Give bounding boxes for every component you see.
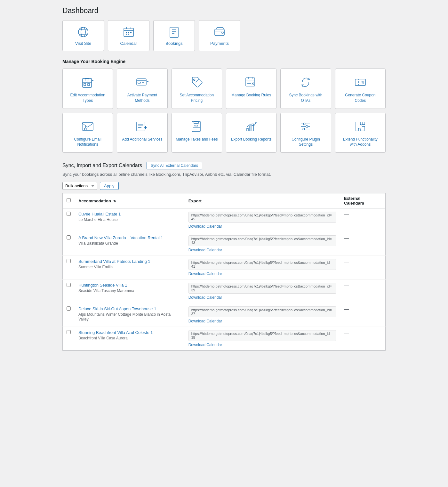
external-cal-value: — (344, 306, 349, 312)
row-export-cell: https://hbdemo.getmotopress.com/0naq7c1j… (185, 256, 340, 280)
external-cal-value: — (344, 212, 349, 217)
download-calendar-link[interactable]: Download Calendar (188, 319, 222, 323)
external-cal-value: — (344, 283, 349, 288)
th-external-calendars: External Calendars (340, 193, 385, 208)
accommodation-subname: Seaside Villa Tuscany Maremma (78, 288, 134, 293)
engine-card-add-additional-services-label: Add Additional Services (122, 137, 162, 142)
manage-section-title: Manage Your Booking Engine (62, 59, 386, 64)
sort-accommodation-icon[interactable]: ⇅ (113, 199, 116, 203)
quick-link-bookings[interactable]: Bookings (153, 20, 195, 51)
accommodation-name-link[interactable]: Stunning Beachfront Villa Azul Celeste 1 (78, 330, 181, 335)
download-calendar-link[interactable]: Download Calendar (188, 343, 222, 347)
row-external-cal-cell: — (340, 280, 385, 303)
tax-icon: TAX (189, 119, 205, 134)
row-external-cal-cell: — (340, 303, 385, 327)
row-checkbox[interactable] (67, 259, 71, 263)
svg-point-30 (193, 79, 195, 81)
accommodation-name-link[interactable]: Summerland Villa at Patriots Landing 1 (78, 259, 181, 264)
export-url: https://hbdemo.getmotopress.com/0naq7c1j… (188, 259, 336, 270)
row-checkbox[interactable] (67, 330, 71, 334)
engine-card-manage-booking-rules[interactable]: Manage Booking Rules (226, 69, 276, 109)
engine-card-activate-payment-methods-label: Activate Payment Methods (121, 93, 163, 103)
row-checkbox-cell (63, 303, 75, 327)
svg-rect-24 (84, 84, 86, 85)
row-accommodation-cell: Stunning Beachfront Villa Azul Celeste 1… (75, 327, 185, 351)
row-checkbox[interactable] (67, 235, 71, 239)
sync-icon (298, 75, 314, 89)
select-all-checkbox[interactable] (67, 198, 71, 202)
table-row: A Brand New Villa Zorada – Vacation Rent… (63, 232, 386, 256)
accommodation-subname: Beachfront Villa Casa Aurora (78, 336, 128, 340)
wallet-icon (212, 26, 227, 38)
quick-link-visit-site-label: Visit Site (75, 41, 91, 46)
external-cal-value: — (344, 235, 349, 241)
svg-rect-56 (252, 124, 253, 131)
download-calendar-link[interactable]: Download Calendar (188, 295, 222, 300)
accommodation-name-link[interactable]: Huntington Seaside Villa 1 (78, 283, 181, 288)
engine-card-extend-functionality-addons[interactable]: Extend Functionality with Addons (335, 113, 386, 153)
engine-card-manage-booking-rules-label: Manage Booking Rules (231, 93, 271, 98)
engine-card-export-booking-reports[interactable]: Export Booking Reports (226, 113, 276, 153)
table-row: Stunning Beachfront Villa Azul Celeste 1… (63, 327, 386, 351)
svg-rect-28 (138, 82, 140, 83)
engine-card-manage-taxes-fees[interactable]: TAX Manage Taxes and Fees (172, 113, 222, 153)
row-checkbox-cell (63, 256, 75, 280)
quick-link-visit-site[interactable]: Visit Site (62, 20, 104, 51)
calendar-icon (121, 26, 136, 38)
row-checkbox[interactable] (67, 283, 71, 287)
quick-link-payments-label: Payments (210, 41, 229, 46)
sliders-icon (298, 119, 314, 134)
engine-card-sync-bookings-otas[interactable]: Sync Bookings with OTAs (280, 69, 331, 109)
coupon-icon: % (352, 75, 368, 89)
engine-card-generate-coupon-codes[interactable]: % Generate Coupon Codes (335, 69, 386, 109)
engine-card-manage-taxes-fees-label: Manage Taxes and Fees (176, 137, 218, 142)
svg-rect-45 (137, 122, 145, 131)
engine-card-edit-accommodation-types[interactable]: H Edit Accommodation Types (62, 69, 113, 109)
accommodation-name-link[interactable]: A Brand New Villa Zorada – Vacation Rent… (78, 235, 181, 240)
row-checkbox[interactable] (67, 306, 71, 311)
services-icon (134, 119, 150, 134)
svg-point-62 (303, 128, 305, 130)
quick-link-payments[interactable]: Payments (199, 20, 240, 51)
sync-all-calendars-button[interactable]: Sync All External Calendars (147, 162, 202, 169)
svg-rect-13 (128, 34, 129, 35)
apply-button[interactable]: Apply (100, 182, 119, 190)
quick-link-calendar[interactable]: Calendar (108, 20, 149, 51)
row-external-cal-cell: — (340, 327, 385, 351)
accommodation-name-link[interactable]: Deluxe Ski-in Ski-Out Aspen Townhouse 1 (78, 306, 181, 311)
page-title: Dashboard (62, 6, 386, 15)
sync-description: Sync your bookings across all online cha… (62, 172, 386, 177)
bulk-actions-select[interactable]: Bulk actions (62, 182, 97, 190)
engine-card-extend-functionality-addons-label: Extend Functionality with Addons (339, 137, 381, 148)
svg-line-31 (196, 79, 199, 82)
calendar-section-title: Sync, Import and Export Calendars (62, 163, 142, 168)
row-external-cal-cell: — (340, 232, 385, 256)
download-calendar-link[interactable]: Download Calendar (188, 272, 222, 276)
row-accommodation-cell: Cuvée Hualali Estate 1 Le Marche Etna Ho… (75, 208, 185, 232)
svg-rect-19 (222, 32, 223, 33)
row-checkbox[interactable] (67, 212, 71, 216)
row-accommodation-cell: Summerland Villa at Patriots Landing 1 S… (75, 256, 185, 280)
engine-card-add-additional-services[interactable]: Add Additional Services (117, 113, 167, 153)
quick-links-row: Visit Site Calendar Bookings Payments (62, 20, 386, 51)
svg-text:%: % (361, 81, 364, 84)
row-external-cal-cell: — (340, 256, 385, 280)
row-checkbox-cell (63, 280, 75, 303)
engine-card-set-accommodation-pricing[interactable]: Set Accommodation Pricing (172, 69, 222, 109)
external-cal-value: — (344, 259, 349, 264)
bulk-actions-row: Bulk actions Apply (62, 182, 386, 193)
engine-card-activate-payment-methods[interactable]: Activate Payment Methods (117, 69, 167, 109)
engine-card-configure-email-notifications[interactable]: Configure Email Notifications (62, 113, 113, 153)
download-calendar-link[interactable]: Download Calendar (188, 224, 222, 229)
engine-card-configure-plugin-settings[interactable]: Configure Plugin Settings (280, 113, 331, 153)
engine-card-export-booking-reports-label: Export Booking Reports (231, 137, 272, 142)
th-accommodation: Accommodation ⇅ (75, 193, 185, 208)
row-accommodation-cell: A Brand New Villa Zorada – Vacation Rent… (75, 232, 185, 256)
table-row: Huntington Seaside Villa 1 Seaside Villa… (63, 280, 386, 303)
download-calendar-link[interactable]: Download Calendar (188, 248, 222, 252)
puzzle-icon (352, 119, 368, 134)
table-row: Summerland Villa at Patriots Landing 1 S… (63, 256, 386, 280)
row-checkbox-cell (63, 327, 75, 351)
svg-rect-18 (215, 29, 224, 36)
accommodation-name-link[interactable]: Cuvée Hualali Estate 1 (78, 212, 181, 216)
